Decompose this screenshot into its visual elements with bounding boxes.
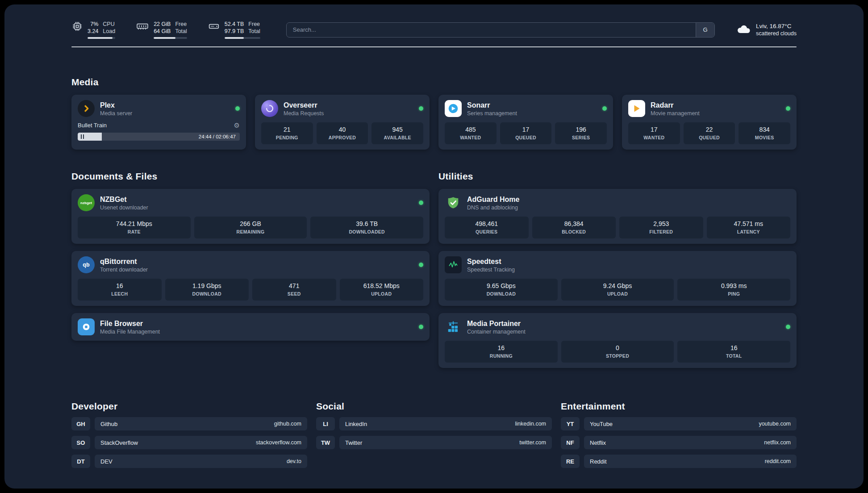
- cpu-label: CPU: [103, 21, 114, 28]
- bookmark-abbr: NF: [561, 436, 580, 449]
- memory-total-value: 64 GiB: [154, 28, 171, 35]
- status-dot: [786, 325, 790, 329]
- pause-icon[interactable]: [81, 134, 84, 139]
- bookmark-url: dev.to: [287, 458, 301, 464]
- stat-value: 744.21 Mbps: [79, 220, 189, 227]
- bookmark-name: StackOverflow: [100, 439, 138, 446]
- playback-progress-bar[interactable]: 24:44 / 02:06:47: [78, 133, 240, 141]
- adguard-icon: [445, 194, 462, 211]
- memory-progress-fill: [154, 37, 175, 39]
- bookmark-abbr: RE: [561, 455, 580, 468]
- bookmark-name: YouTube: [590, 421, 613, 427]
- bookmark-abbr: GH: [71, 417, 90, 430]
- stat-upload: 9.24 Gbps UPLOAD: [561, 279, 674, 301]
- stat-value: 0.993 ms: [679, 282, 789, 289]
- stat-pending: 21 PENDING: [261, 122, 313, 144]
- stat-value: 945: [373, 126, 421, 133]
- stat-label: DOWNLOAD: [167, 291, 247, 297]
- service-link-overseerr[interactable]: Overseerr Media Requests: [261, 100, 423, 117]
- stat-label: BLOCKED: [534, 229, 614, 234]
- plex-icon: [78, 100, 95, 117]
- stat-seed: 471 SEED: [252, 279, 336, 301]
- service-name: Media Portainer: [467, 319, 526, 328]
- plex-now-playing: Bullet Train ⚙ 24:44 / 02:06:47: [78, 122, 240, 141]
- card-portainer: Media Portainer Container management 16 …: [438, 313, 797, 368]
- stat-label: QUEUED: [685, 135, 734, 140]
- memory-widget: 22 GiB 64 GiB Free Total: [136, 21, 187, 39]
- disk-widget: 52.4 TB 97.9 TB Free Total: [208, 21, 260, 39]
- bookmark-linkedin[interactable]: LI LinkedIn linkedin.com: [316, 417, 552, 430]
- service-link-radarr[interactable]: Radarr Movie management: [628, 100, 790, 117]
- cloud-icon: [735, 23, 751, 37]
- stat-label: PENDING: [263, 135, 311, 140]
- card-radarr: Radarr Movie management 17 WANTED 22 QUE…: [622, 95, 797, 150]
- stat-label: LATENCY: [709, 229, 789, 234]
- service-link-speedtest[interactable]: Speedtest Speedtest Tracking: [445, 256, 790, 273]
- qbittorrent-icon: qb: [78, 256, 95, 273]
- stat-value: 17: [502, 126, 550, 133]
- service-link-nzbget[interactable]: nzbget NZBGet Usenet downloader: [78, 194, 423, 211]
- stat-value: 16: [79, 282, 160, 289]
- stat-label: PING: [679, 291, 789, 297]
- section-media: Media Plex Media server Bullet Train: [71, 77, 797, 150]
- cpu-progress-bar: [88, 37, 115, 39]
- card-sonarr: Sonarr Series management 485 WANTED 17 Q…: [438, 95, 613, 150]
- stat-label: LEECH: [79, 291, 160, 297]
- stat-total: 16 TOTAL: [677, 341, 790, 363]
- service-name: Radarr: [651, 101, 700, 109]
- status-dot: [419, 325, 423, 329]
- card-adguard: AdGuard Home DNS and adblocking 498,461 …: [438, 189, 797, 244]
- stat-queued: 17 QUEUED: [500, 122, 552, 144]
- stat-series: 196 SERIES: [555, 122, 607, 144]
- section-documents: Documents & Files nzbget NZBGet Usenet d…: [71, 171, 430, 341]
- service-subtitle: Usenet downloader: [100, 205, 148, 211]
- bookmark-reddit[interactable]: RE Reddit reddit.com: [561, 455, 797, 468]
- section-developer: Developer GH Github github.com SO StackO…: [71, 401, 307, 468]
- stat-label: QUERIES: [447, 229, 527, 234]
- service-subtitle: DNS and adblocking: [467, 205, 519, 211]
- status-dot: [602, 106, 607, 111]
- bookmark-twitter[interactable]: TW Twitter twitter.com: [316, 436, 552, 449]
- search-input[interactable]: [287, 23, 696, 37]
- bookmark-youtube[interactable]: YT YouTube youtube.com: [561, 417, 797, 430]
- service-name: File Browser: [100, 319, 160, 328]
- service-name: AdGuard Home: [467, 195, 519, 204]
- stat-value: 618.52 Mbps: [342, 282, 422, 289]
- search-provider-button[interactable]: G: [696, 23, 714, 37]
- bookmark-dev[interactable]: DT DEV dev.to: [71, 455, 307, 468]
- bookmark-netflix[interactable]: NF Netflix netflix.com: [561, 436, 797, 449]
- gear-icon[interactable]: ⚙: [234, 122, 240, 129]
- bookmark-abbr: SO: [71, 436, 90, 449]
- bookmark-stackoverflow[interactable]: SO StackOverflow stackoverflow.com: [71, 436, 307, 449]
- service-link-adguard[interactable]: AdGuard Home DNS and adblocking: [445, 194, 790, 211]
- bookmark-abbr: LI: [316, 417, 335, 430]
- card-speedtest: Speedtest Speedtest Tracking 9.65 Gbps D…: [438, 251, 797, 306]
- stat-filtered: 2,953 FILTERED: [619, 217, 703, 238]
- bookmark-name: Github: [100, 421, 117, 427]
- service-link-filebrowser[interactable]: File Browser Media File Management: [78, 318, 423, 335]
- bookmark-url: stackoverflow.com: [256, 439, 301, 446]
- bookmark-url: netflix.com: [764, 439, 791, 446]
- stat-label: UPLOAD: [342, 291, 422, 297]
- stat-downloaded: 39.6 TB DOWNLOADED: [310, 217, 423, 238]
- stat-value: 498,461: [447, 220, 527, 227]
- service-link-sonarr[interactable]: Sonarr Series management: [445, 100, 607, 117]
- stat-label: FILTERED: [621, 229, 701, 234]
- now-playing-title: Bullet Train: [78, 122, 107, 129]
- stat-value: 22: [685, 126, 734, 133]
- stat-available: 945 AVAILABLE: [371, 122, 423, 144]
- stat-value: 16: [447, 344, 556, 351]
- stat-label: DOWNLOAD: [447, 291, 556, 297]
- service-link-qbittorrent[interactable]: qb qBittorrent Torrent downloader: [78, 256, 423, 273]
- stat-label: APPROVED: [318, 135, 367, 140]
- service-subtitle: Media server: [100, 110, 132, 117]
- dashboard: 7% 3.24 CPU Load: [4, 4, 864, 489]
- bookmark-url: github.com: [274, 421, 301, 427]
- radarr-icon: [628, 100, 645, 117]
- bookmark-github[interactable]: GH Github github.com: [71, 417, 307, 430]
- documents-section-title: Documents & Files: [71, 171, 430, 182]
- stat-value: 0: [563, 344, 672, 351]
- service-subtitle: Movie management: [651, 110, 700, 117]
- service-link-portainer[interactable]: Media Portainer Container management: [445, 318, 790, 335]
- service-link-plex[interactable]: Plex Media server: [78, 100, 240, 117]
